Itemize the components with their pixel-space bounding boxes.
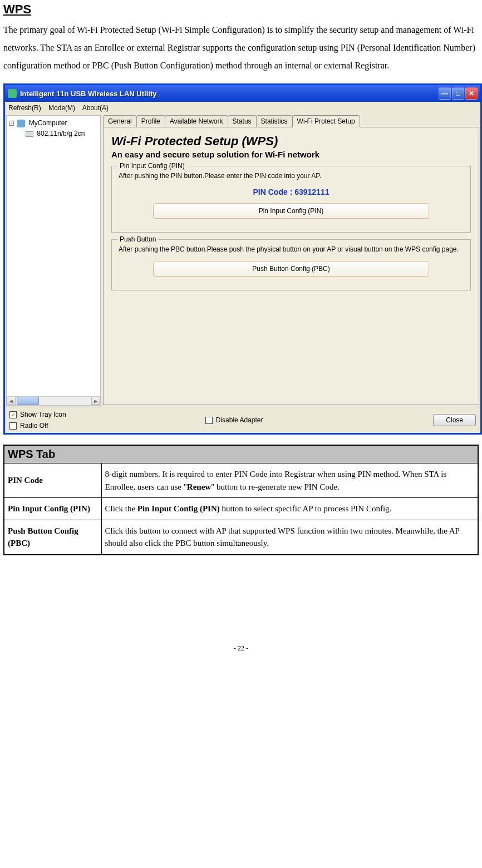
- wps-title: Wi-Fi Protected Setup (WPS): [111, 134, 471, 149]
- computer-icon: [17, 120, 25, 127]
- show-tray-label: Show Tray Icon: [20, 411, 66, 418]
- minimize-button[interactable]: —: [439, 87, 451, 100]
- row-desc-pin-input: Click the Pin Input Config (PIN) button …: [101, 498, 478, 520]
- table-row: PIN Code 8-digit numbers. It is required…: [4, 463, 478, 498]
- pin-code-number: 63912111: [294, 188, 329, 196]
- tab-bar: General Profile Available Network Status…: [103, 115, 479, 127]
- table-header: WPS Tab: [4, 445, 478, 463]
- tab-wps[interactable]: Wi-Fi Protect Setup: [292, 115, 360, 127]
- horizontal-scrollbar[interactable]: ◄ ►: [7, 396, 100, 405]
- pbc-description: After pushing the PBC button.Please push…: [119, 244, 464, 254]
- row-label-pin-code: PIN Code: [4, 463, 101, 498]
- push-button-config-button[interactable]: Push Button Config (PBC): [153, 261, 429, 277]
- utility-window: Intelligent 11n USB Wireless LAN Utility…: [3, 83, 482, 435]
- row-label-pbc: Push Button Config (PBC): [4, 520, 101, 555]
- pin-input-config-button[interactable]: Pin Input Config (PIN): [153, 203, 429, 219]
- scroll-thumb[interactable]: [17, 397, 39, 405]
- checkbox-empty-icon: [9, 422, 17, 430]
- menubar: Refresh(R) Mode(M) About(A): [5, 102, 480, 114]
- tab-available-network[interactable]: Available Network: [165, 115, 228, 127]
- radio-off-label: Radio Off: [20, 422, 48, 430]
- disable-adapter-checkbox[interactable]: Disable Adapter: [205, 416, 263, 424]
- pbc-legend: Push Button: [117, 235, 158, 243]
- checkbox-checked-icon: ✓: [9, 411, 17, 418]
- app-icon: [8, 89, 17, 98]
- tree-child[interactable]: 802.11n/b/g 2cn: [26, 129, 98, 139]
- tab-status[interactable]: Status: [228, 115, 257, 127]
- pin-code-label: PIN Code :: [253, 188, 293, 196]
- row-label-pin-input: Pin Input Config (PIN): [4, 498, 101, 520]
- row-desc-pin-code: 8-digit numbers. It is required to enter…: [101, 463, 478, 498]
- close-window-button[interactable]: ✕: [465, 87, 478, 100]
- bottom-bar: ✓ Show Tray Icon Radio Off Disable Adapt…: [5, 407, 480, 433]
- pbc-fieldset: Push Button After pushing the PBC button…: [111, 239, 471, 290]
- scroll-right-icon[interactable]: ►: [91, 397, 100, 405]
- collapse-icon[interactable]: -: [9, 121, 14, 126]
- tab-profile[interactable]: Profile: [136, 115, 165, 127]
- tree-panel: - MyComputer 802.11n/b/g 2cn ◄ ►: [6, 115, 101, 406]
- wps-tab-table: WPS Tab PIN Code 8-digit numbers. It is …: [3, 445, 479, 555]
- tab-panel-wps: Wi-Fi Protected Setup (WPS) An easy and …: [103, 127, 479, 405]
- scroll-left-icon[interactable]: ◄: [7, 397, 16, 405]
- adapter-icon: [26, 131, 33, 137]
- menu-mode[interactable]: Mode(M): [48, 104, 75, 112]
- section-heading: WPS: [3, 2, 479, 17]
- tab-statistics[interactable]: Statistics: [256, 115, 293, 127]
- tree-root-label: MyComputer: [29, 119, 67, 127]
- menu-about[interactable]: About(A): [82, 104, 109, 112]
- maximize-button[interactable]: □: [452, 87, 464, 100]
- tree-root[interactable]: - MyComputer: [9, 118, 98, 129]
- pin-code-line: PIN Code : 63912111: [119, 188, 464, 196]
- tab-general[interactable]: General: [103, 115, 137, 127]
- wps-subtitle: An easy and secure setup solution for Wi…: [111, 150, 471, 159]
- show-tray-checkbox[interactable]: ✓ Show Tray Icon: [9, 411, 66, 418]
- disable-adapter-label: Disable Adapter: [216, 416, 263, 424]
- table-row: Push Button Config (PBC) Click this butt…: [4, 520, 478, 555]
- tree-child-label: 802.11n/b/g 2cn: [37, 130, 85, 137]
- checkbox-empty-icon: [205, 417, 213, 424]
- pin-description: After pushing the PIN button.Please ente…: [119, 171, 464, 181]
- window-title: Intelligent 11n USB Wireless LAN Utility: [20, 90, 439, 98]
- titlebar: Intelligent 11n USB Wireless LAN Utility…: [5, 85, 480, 102]
- page-number: - 22 -: [3, 644, 479, 653]
- row-desc-pbc: Click this button to connect with AP tha…: [101, 520, 478, 555]
- close-button[interactable]: Close: [433, 414, 476, 426]
- intro-paragraph: The primary goal of Wi-Fi Protected Setu…: [3, 21, 479, 75]
- menu-refresh[interactable]: Refresh(R): [8, 104, 41, 112]
- radio-off-checkbox[interactable]: Radio Off: [9, 422, 66, 430]
- pin-legend: Pin Input Config (PIN): [117, 162, 187, 170]
- table-row: Pin Input Config (PIN) Click the Pin Inp…: [4, 498, 478, 520]
- pin-fieldset: Pin Input Config (PIN) After pushing the…: [111, 166, 471, 233]
